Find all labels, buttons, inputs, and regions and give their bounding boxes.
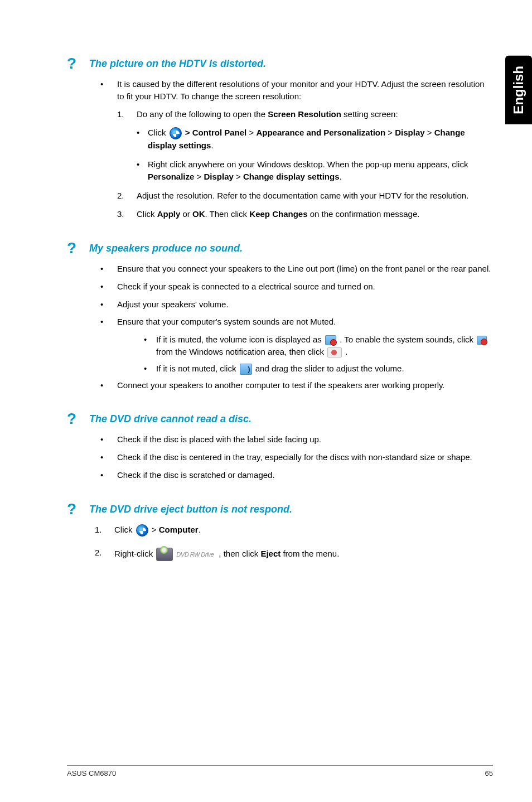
qa-speakers-no-sound: ? My speakers produce no sound. •Ensure …: [67, 240, 493, 391]
step-number: 2.: [95, 547, 114, 562]
volume-muted-icon: [325, 335, 336, 345]
start-icon: [170, 127, 182, 139]
start-icon: [136, 524, 148, 537]
bullet-icon: •: [95, 281, 117, 293]
step-number: 3.: [117, 208, 137, 220]
question-title: The DVD drive eject button is not respon…: [89, 501, 292, 515]
bullet-text: Ensure that you connect your speakers to…: [117, 263, 493, 275]
question-mark-icon: ?: [67, 240, 89, 256]
qa-dvd-cannot-read: ? The DVD drive cannot read a disc. •Che…: [67, 411, 493, 481]
bullet-icon: •: [139, 363, 156, 375]
bullet-icon: •: [139, 334, 156, 358]
bullet-icon: •: [95, 433, 117, 446]
step-text: Click Apply or OK. Then click Keep Chang…: [137, 208, 493, 220]
question-mark-icon: ?: [67, 501, 89, 517]
inner-text: If it is muted, the volume icon is displ…: [156, 334, 493, 358]
bullet-icon: •: [95, 379, 117, 392]
step-text: Right-click DVD RW Drive, then click Eje…: [114, 547, 493, 562]
bullet-icon: •: [95, 469, 117, 481]
question-title: My speakers produce no sound.: [89, 240, 243, 254]
bullet-icon: •: [95, 451, 117, 463]
qa-dvd-eject: ? The DVD drive eject button is not resp…: [67, 501, 493, 562]
page-content: English ? The picture on the HDTV is dis…: [0, 0, 532, 802]
step-number: 2.: [117, 190, 137, 202]
dvd-drive-icon: DVD RW Drive: [156, 547, 217, 562]
mixer-icon: [327, 347, 342, 357]
bullet-text: Check if your speak is connected to a el…: [117, 281, 493, 293]
volume-icon: [240, 364, 252, 375]
bullet-text: Check if the disc is scratched or damage…: [117, 469, 493, 481]
step-number: 1.: [117, 108, 137, 120]
footer-page-number: 65: [485, 769, 493, 777]
substep-text: Click > Control Panel > Appearance and P…: [148, 127, 493, 152]
bullet-icon: •: [95, 78, 117, 103]
inner-text: If it is not muted, click and drag the s…: [156, 363, 493, 375]
question-mark-icon: ?: [67, 56, 89, 71]
intro-text: It is caused by the different resolution…: [117, 78, 493, 103]
bullet-text: Check if the disc is centered in the tra…: [117, 451, 493, 463]
step-text: Click > Computer.: [114, 524, 493, 537]
language-tab: English: [505, 56, 532, 124]
footer-product: ASUS CM6870: [67, 769, 116, 777]
page-footer: ASUS CM6870 65: [67, 765, 493, 777]
bullet-text: Connect your speakers to another compute…: [117, 379, 493, 392]
bullet-icon: •: [95, 263, 117, 275]
question-mark-icon: ?: [67, 411, 89, 427]
bullet-icon: •: [137, 158, 148, 183]
question-title: The DVD drive cannot read a disc.: [89, 411, 252, 425]
bullet-icon: •: [137, 127, 148, 152]
volume-muted-icon: [477, 336, 487, 345]
step-text: Adjust the resolution. Refer to the docu…: [137, 190, 493, 202]
bullet-icon: •: [95, 316, 117, 328]
step-text: Do any of the following to open the Scre…: [137, 108, 493, 120]
substep-text: Right click anywhere on your Windows des…: [148, 158, 493, 183]
bullet-icon: •: [95, 298, 117, 311]
question-title: The picture on the HDTV is distorted.: [89, 56, 266, 70]
bullet-text: Check if the disc is placed with the lab…: [117, 433, 493, 446]
bullet-text: Adjust your speakers' volume.: [117, 298, 493, 311]
step-number: 1.: [95, 524, 114, 537]
qa-hdtv-distorted: ? The picture on the HDTV is distorted. …: [67, 56, 493, 220]
bullet-text: Ensure that your computer's system sound…: [117, 316, 493, 328]
